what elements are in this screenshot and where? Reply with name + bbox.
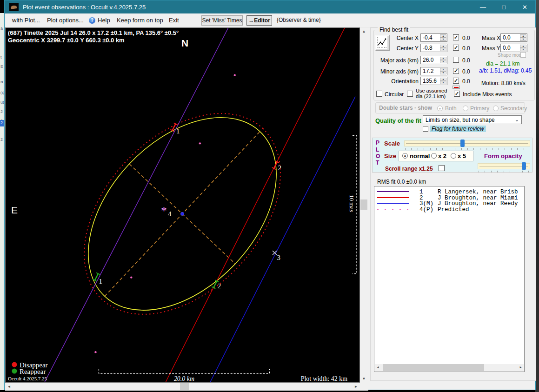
- double-primary-radio[interactable]: [463, 106, 468, 111]
- include-miss-checkbox[interactable]: ✓: [454, 91, 460, 97]
- ellipse-center-dot: [180, 212, 184, 215]
- minor-axis-label: Minor axis (km): [372, 68, 419, 75]
- line-style-button[interactable]: [452, 86, 460, 89]
- minor-axis-spinner[interactable]: ▲▼: [440, 68, 446, 74]
- center-y-label: Center Y: [372, 45, 419, 52]
- plot-letter-l: L: [376, 146, 379, 153]
- minor-axis-input[interactable]: 17.2 ▲▼: [420, 67, 447, 75]
- double-secondary-label: Secondary: [500, 105, 527, 112]
- plot-panel: 1 2 1 2 3 4 * 10 mas 20.0 km (687) Tinet…: [5, 27, 368, 391]
- rms-fit-label: RMS fit 0.0 ±0.0 km: [377, 179, 426, 185]
- occultation-plot[interactable]: 1 2 1 2 3 4 * 10 mas 20.0 km (687) Tinet…: [5, 27, 360, 383]
- help-icon[interactable]: ?: [89, 17, 95, 24]
- double-both-label: Both: [445, 105, 457, 112]
- vertical-scroll-thumb[interactable]: [360, 199, 367, 210]
- size-x2-radio[interactable]: [431, 153, 437, 159]
- editor-button[interactable]: →Editor: [246, 15, 272, 26]
- minor-axis-checkbox[interactable]: ✓: [453, 68, 459, 74]
- list-scroll-thumb[interactable]: [383, 364, 484, 371]
- chord-2-line: [166, 28, 345, 382]
- bg-fragment: 2: [0, 137, 3, 142]
- center-x-sigma: 0.0: [462, 35, 470, 41]
- mas-scale-label: 10 mas: [348, 195, 355, 212]
- km-scale-label: 20.0 km: [174, 375, 194, 382]
- mass-y-input[interactable]: 0.0 ▲▼: [500, 44, 527, 52]
- find-best-fit-label: Find best fit: [378, 27, 410, 33]
- major-axis-sigma: 0.0: [462, 57, 470, 64]
- observer-listbox[interactable]: 1R Langersek, near Brisb 2J Broughton, n…: [374, 186, 525, 372]
- double-both-radio[interactable]: ●: [437, 106, 443, 111]
- plot-horizontal-scrollbar[interactable]: ◄ ►: [5, 383, 360, 391]
- window-title: Plot event observations : Occult v.4.202…: [23, 4, 472, 11]
- menu-help[interactable]: Help: [98, 17, 110, 24]
- center-y-spinner[interactable]: ▲▼: [440, 45, 446, 51]
- orientation-checkbox[interactable]: ✓: [453, 78, 459, 84]
- menu-keep-on-top[interactable]: Keep form on top: [117, 17, 163, 24]
- major-axis-input[interactable]: 26.0 ▲▼: [420, 56, 447, 64]
- center-x-spinner[interactable]: ▲▼: [440, 34, 446, 41]
- list-item[interactable]: 1R Langersek, near Brisb: [374, 189, 524, 195]
- center-y-sigma: 0.0: [462, 45, 470, 52]
- flag-review-checkbox[interactable]: [423, 126, 428, 132]
- double-secondary-radio[interactable]: [493, 106, 499, 111]
- list-item[interactable]: 2J Broughton, near Miami: [374, 195, 524, 201]
- scroll-range-checkbox[interactable]: [439, 165, 445, 171]
- orientation-spinner[interactable]: ▲▼: [440, 78, 446, 84]
- motion-label: Motion: 8.80 km/s: [481, 80, 526, 86]
- mass-y-spinner[interactable]: ▲▼: [520, 45, 526, 51]
- plot-vertical-scrollbar[interactable]: ▲ ▼: [360, 27, 368, 383]
- desktop: a t E n 02 ut 2 2 2 2 Plot event observa…: [0, 0, 539, 392]
- minor-axis-sigma: 0.0: [462, 68, 470, 75]
- major-axis-label: Major axis (km): [372, 57, 419, 64]
- shape-model-checkbox[interactable]: [520, 52, 526, 58]
- major-axis-spinner[interactable]: ▲▼: [440, 57, 446, 63]
- center-y-input[interactable]: -0.8 ▲▼: [420, 44, 447, 52]
- list-item[interactable]: 4(P)Predicted: [374, 206, 524, 213]
- scroll-range-label: Scroll range x1.25: [385, 166, 433, 172]
- form-opacity-label: Form opacity: [484, 153, 522, 159]
- list-item[interactable]: 3(M)J Broughton, near Reedy: [374, 200, 524, 206]
- bg-fragment: a: [0, 26, 3, 31]
- size-x5-radio[interactable]: [451, 153, 456, 159]
- mass-x-spinner[interactable]: ▲▼: [520, 34, 526, 41]
- orientation-input[interactable]: 135.6 ▲▼: [420, 77, 447, 85]
- use-assumed-checkbox[interactable]: [407, 91, 413, 97]
- east-label: E: [11, 205, 18, 215]
- maximize-button[interactable]: □: [493, 0, 514, 13]
- listbox-horizontal-scrollbar[interactable]: ◄ ►: [375, 364, 524, 371]
- menu-bar: with Plot... Plot options... ? Help Keep…: [5, 13, 535, 27]
- minimize-button[interactable]: —: [472, 0, 493, 13]
- chord-2-swatch: [377, 197, 409, 198]
- list-scroll-right-arrow[interactable]: ►: [518, 364, 524, 371]
- major-axis-checkbox[interactable]: [453, 57, 459, 63]
- scroll-right-arrow[interactable]: ►: [352, 383, 360, 391]
- quality-dropdown[interactable]: Limits on size, but no shape⌄: [423, 115, 522, 124]
- scroll-down-arrow[interactable]: ▼: [360, 375, 368, 383]
- menu-exit[interactable]: Exit: [169, 17, 179, 24]
- scale-slider-thumb[interactable]: [460, 140, 465, 147]
- set-miss-times-button[interactable]: Set 'Miss' Times: [201, 15, 243, 26]
- disappear-legend-dot: [12, 362, 17, 367]
- center-y-checkbox[interactable]: ✓: [453, 45, 459, 51]
- circular-checkbox[interactable]: [376, 91, 382, 97]
- list-scroll-left-arrow[interactable]: ◄: [375, 364, 381, 371]
- plot-letter-p: P: [376, 140, 379, 146]
- close-button[interactable]: ✕: [514, 0, 535, 13]
- scale-slider-track[interactable]: [404, 140, 530, 146]
- bg-fragment: n: [0, 80, 3, 84]
- chord-1-line: [45, 28, 228, 382]
- mass-y-label: Mass Y: [482, 45, 500, 52]
- center-x-checkbox[interactable]: ✓: [453, 34, 459, 40]
- menu-plot-options[interactable]: Plot options...: [47, 17, 84, 24]
- opacity-slider-thumb[interactable]: [522, 162, 526, 170]
- scroll-left-arrow[interactable]: ◄: [5, 383, 13, 391]
- background-window-sliver: a t E n 02 ut 2 2 2 2: [0, 13, 4, 390]
- center-x-input[interactable]: -0.4 ▲▼: [420, 33, 447, 42]
- size-normal-radio[interactable]: ●: [402, 153, 408, 159]
- orientation-label: Orientation: [372, 78, 419, 85]
- horizontal-scroll-thumb[interactable]: [180, 383, 189, 390]
- mass-x-input[interactable]: 0.0 ▲▼: [500, 33, 527, 42]
- scroll-up-arrow[interactable]: ▲: [360, 27, 368, 35]
- chord-1-swatch: [377, 191, 409, 192]
- menu-with-plot[interactable]: with Plot...: [12, 17, 40, 24]
